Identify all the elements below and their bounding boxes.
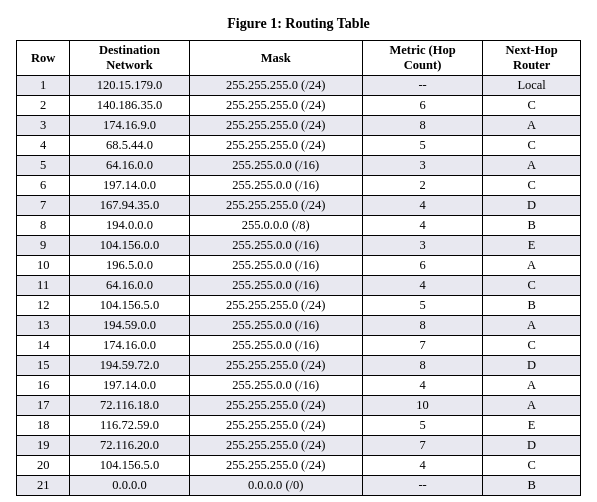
table-row: 13194.59.0.0255.255.0.0 (/16)8A (17, 316, 581, 336)
cell-nexthop: B (483, 296, 581, 316)
cell-metric: 5 (362, 416, 482, 436)
table-row: 1164.16.0.0255.255.0.0 (/16)4C (17, 276, 581, 296)
table-row: 468.5.44.0255.255.255.0 (/24)5C (17, 136, 581, 156)
cell-metric: -- (362, 476, 482, 496)
cell-metric: 4 (362, 456, 482, 476)
cell-mask: 255.255.0.0 (/16) (189, 176, 362, 196)
cell-destination: 194.0.0.0 (70, 216, 189, 236)
cell-destination: 72.116.18.0 (70, 396, 189, 416)
cell-mask: 255.255.0.0 (/16) (189, 376, 362, 396)
figure-title: Figure 1: Routing Table (16, 16, 581, 32)
cell-nexthop: A (483, 256, 581, 276)
cell-mask: 255.255.255.0 (/24) (189, 116, 362, 136)
cell-row: 10 (17, 256, 70, 276)
cell-nexthop: C (483, 176, 581, 196)
cell-nexthop: A (483, 396, 581, 416)
cell-destination: 194.59.0.0 (70, 316, 189, 336)
col-destination: DestinationNetwork (70, 41, 189, 76)
cell-metric: 8 (362, 316, 482, 336)
cell-metric: 4 (362, 276, 482, 296)
cell-metric: 6 (362, 256, 482, 276)
cell-nexthop: A (483, 316, 581, 336)
cell-metric: 5 (362, 296, 482, 316)
cell-metric: 8 (362, 116, 482, 136)
cell-destination: 116.72.59.0 (70, 416, 189, 436)
cell-mask: 255.255.0.0 (/16) (189, 156, 362, 176)
table-row: 10196.5.0.0255.255.0.0 (/16)6A (17, 256, 581, 276)
routing-table: Row DestinationNetwork Mask Metric (HopC… (16, 40, 581, 496)
cell-row: 3 (17, 116, 70, 136)
cell-destination: 64.16.0.0 (70, 156, 189, 176)
table-row: 1972.116.20.0255.255.255.0 (/24)7D (17, 436, 581, 456)
cell-row: 13 (17, 316, 70, 336)
cell-mask: 255.255.255.0 (/24) (189, 416, 362, 436)
table-row: 6197.14.0.0255.255.0.0 (/16)2C (17, 176, 581, 196)
cell-row: 16 (17, 376, 70, 396)
cell-metric: 10 (362, 396, 482, 416)
cell-row: 21 (17, 476, 70, 496)
cell-nexthop: D (483, 436, 581, 456)
cell-destination: 140.186.35.0 (70, 96, 189, 116)
cell-destination: 194.59.72.0 (70, 356, 189, 376)
cell-row: 14 (17, 336, 70, 356)
col-mask: Mask (189, 41, 362, 76)
table-row: 3174.16.9.0255.255.255.0 (/24)8A (17, 116, 581, 136)
table-row: 12104.156.5.0255.255.255.0 (/24)5B (17, 296, 581, 316)
cell-nexthop: C (483, 136, 581, 156)
cell-nexthop: E (483, 236, 581, 256)
cell-destination: 104.156.5.0 (70, 296, 189, 316)
cell-destination: 197.14.0.0 (70, 176, 189, 196)
cell-row: 7 (17, 196, 70, 216)
cell-mask: 255.255.255.0 (/24) (189, 96, 362, 116)
cell-mask: 255.255.255.0 (/24) (189, 436, 362, 456)
cell-mask: 255.255.255.0 (/24) (189, 356, 362, 376)
cell-mask: 255.255.0.0 (/16) (189, 276, 362, 296)
cell-metric: -- (362, 76, 482, 96)
cell-destination: 167.94.35.0 (70, 196, 189, 216)
cell-destination: 174.16.0.0 (70, 336, 189, 356)
cell-metric: 7 (362, 436, 482, 456)
cell-metric: 7 (362, 336, 482, 356)
cell-mask: 255.255.255.0 (/24) (189, 136, 362, 156)
cell-destination: 0.0.0.0 (70, 476, 189, 496)
cell-mask: 255.0.0.0 (/8) (189, 216, 362, 236)
cell-destination: 104.156.5.0 (70, 456, 189, 476)
col-nexthop: Next-HopRouter (483, 41, 581, 76)
cell-mask: 255.255.0.0 (/16) (189, 316, 362, 336)
cell-row: 1 (17, 76, 70, 96)
cell-row: 2 (17, 96, 70, 116)
cell-mask: 255.255.0.0 (/16) (189, 236, 362, 256)
cell-row: 11 (17, 276, 70, 296)
cell-nexthop: C (483, 96, 581, 116)
table-row: 20104.156.5.0255.255.255.0 (/24)4C (17, 456, 581, 476)
cell-nexthop: D (483, 196, 581, 216)
col-row: Row (17, 41, 70, 76)
cell-metric: 3 (362, 236, 482, 256)
cell-mask: 0.0.0.0 (/0) (189, 476, 362, 496)
cell-row: 17 (17, 396, 70, 416)
cell-row: 9 (17, 236, 70, 256)
table-row: 15194.59.72.0255.255.255.0 (/24)8D (17, 356, 581, 376)
cell-destination: 68.5.44.0 (70, 136, 189, 156)
cell-row: 18 (17, 416, 70, 436)
table-row: 1120.15.179.0255.255.255.0 (/24)--Local (17, 76, 581, 96)
cell-mask: 255.255.255.0 (/24) (189, 76, 362, 96)
cell-nexthop: C (483, 336, 581, 356)
cell-metric: 4 (362, 216, 482, 236)
cell-mask: 255.255.255.0 (/24) (189, 396, 362, 416)
cell-nexthop: A (483, 116, 581, 136)
cell-row: 8 (17, 216, 70, 236)
table-row: 564.16.0.0255.255.0.0 (/16)3A (17, 156, 581, 176)
table-row: 14174.16.0.0255.255.0.0 (/16)7C (17, 336, 581, 356)
cell-metric: 3 (362, 156, 482, 176)
cell-metric: 4 (362, 196, 482, 216)
cell-row: 6 (17, 176, 70, 196)
table-row: 7167.94.35.0255.255.255.0 (/24)4D (17, 196, 581, 216)
cell-mask: 255.255.0.0 (/16) (189, 336, 362, 356)
cell-metric: 6 (362, 96, 482, 116)
cell-nexthop: D (483, 356, 581, 376)
cell-destination: 174.16.9.0 (70, 116, 189, 136)
cell-destination: 196.5.0.0 (70, 256, 189, 276)
cell-nexthop: B (483, 476, 581, 496)
cell-nexthop: C (483, 456, 581, 476)
